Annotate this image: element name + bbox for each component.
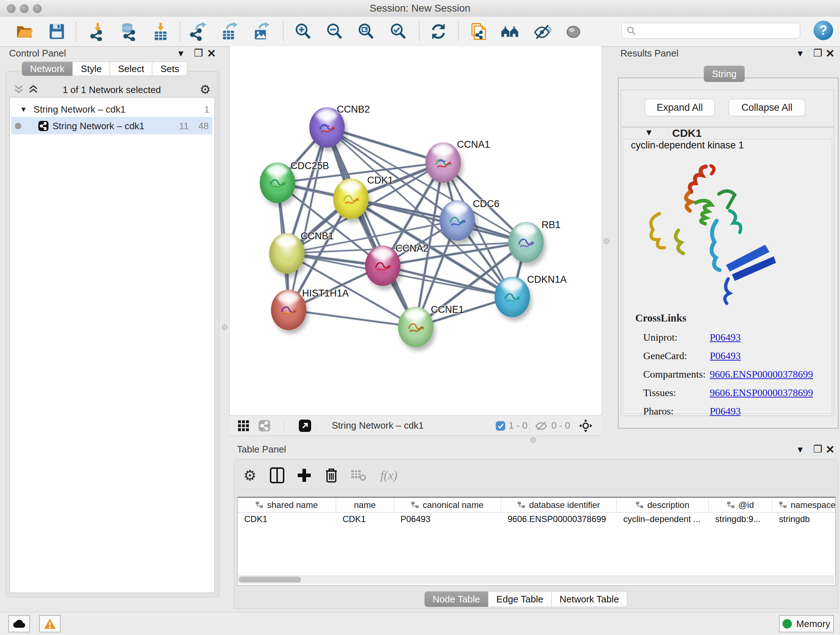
save-session-icon[interactable] bbox=[47, 21, 66, 42]
network-collection-row[interactable]: ▼ String Network – cdk1 1 bbox=[10, 101, 215, 118]
protein-squiggle-icon bbox=[431, 152, 454, 175]
cloud-status-button[interactable] bbox=[8, 615, 30, 632]
function-builder-icon[interactable]: f(x) bbox=[376, 467, 401, 484]
node-cdc6[interactable] bbox=[439, 200, 475, 241]
birds-eye-view-icon[interactable] bbox=[579, 419, 592, 432]
right-splitter-handle[interactable] bbox=[603, 238, 609, 244]
node-ccnb1[interactable] bbox=[269, 233, 305, 274]
bottom-splitter-handle[interactable] bbox=[531, 437, 536, 443]
gene-collapse-icon[interactable]: ▼ bbox=[645, 127, 653, 138]
collapse-triangle-icon[interactable]: ▼ bbox=[20, 105, 27, 114]
crosslink-link[interactable]: P06493 bbox=[710, 332, 741, 343]
column-header-shared-name[interactable]: shared name bbox=[238, 498, 336, 512]
results-controls-section: Expand All Collapse All bbox=[621, 90, 834, 127]
tab-style[interactable]: Style bbox=[73, 62, 110, 76]
collection-count: 1 bbox=[204, 104, 210, 115]
column-header-canonical-name[interactable]: canonical name bbox=[394, 498, 501, 512]
column-header-description[interactable]: description bbox=[617, 498, 709, 512]
export-table-icon[interactable] bbox=[221, 21, 240, 42]
crosslink-link[interactable]: 9606.ENSP00000378699 bbox=[710, 387, 813, 399]
left-splitter-handle[interactable] bbox=[222, 325, 227, 330]
first-neighbors-icon[interactable] bbox=[501, 21, 519, 42]
create-column-icon[interactable] bbox=[296, 467, 313, 484]
network-view-toolbar: String Network – cdk1 1 - 0 0 - 0 bbox=[229, 415, 601, 436]
results-panel-float-icon[interactable]: ❐ bbox=[813, 47, 822, 59]
search-input[interactable] bbox=[636, 25, 800, 37]
zoom-out-icon[interactable] bbox=[325, 21, 344, 42]
column-header-name[interactable]: name bbox=[336, 498, 394, 512]
results-panel-menu-icon[interactable]: ▼ bbox=[796, 49, 805, 59]
export-image-icon[interactable] bbox=[253, 21, 271, 42]
crosslink-row: Uniprot:P06493 bbox=[643, 328, 835, 347]
table-panel-close-icon[interactable]: ✕ bbox=[826, 443, 835, 456]
node-hist1h1a[interactable] bbox=[271, 290, 306, 330]
selected-checkbox-icon[interactable] bbox=[493, 419, 507, 432]
memory-button[interactable]: Memory bbox=[779, 615, 834, 632]
delete-column-icon[interactable] bbox=[323, 467, 340, 484]
node-rb1[interactable] bbox=[508, 222, 544, 263]
warning-icon bbox=[44, 618, 56, 629]
node-label-ccne1: CCNE1 bbox=[431, 304, 464, 315]
import-table-icon[interactable] bbox=[151, 21, 170, 42]
window-titlebar[interactable]: Session: New Session bbox=[0, 0, 840, 17]
show-columns-icon[interactable] bbox=[269, 467, 286, 484]
zoom-selected-icon[interactable] bbox=[389, 21, 408, 42]
tab-network-table[interactable]: Network Table bbox=[552, 591, 627, 607]
tab-network[interactable]: Network bbox=[22, 62, 73, 76]
detach-view-icon[interactable] bbox=[298, 419, 312, 432]
tab-string[interactable]: String bbox=[704, 65, 745, 82]
crosslink-link[interactable]: P06493 bbox=[710, 350, 741, 362]
node-cdkn1a[interactable] bbox=[494, 277, 530, 317]
node-cdc25b[interactable] bbox=[260, 163, 295, 203]
new-network-from-selection-icon[interactable] bbox=[469, 21, 488, 42]
zoom-fit-icon[interactable] bbox=[357, 21, 376, 42]
table-horizontal-scrollbar[interactable] bbox=[238, 576, 834, 584]
open-session-icon[interactable] bbox=[15, 21, 34, 42]
column-header-id[interactable]: @id bbox=[709, 498, 772, 512]
export-network-icon[interactable] bbox=[189, 21, 208, 42]
tab-node-table[interactable]: Node Table bbox=[424, 591, 488, 607]
column-header-namespace[interactable]: namespace bbox=[772, 498, 836, 512]
table-options-gear-icon[interactable]: ⚙ bbox=[242, 467, 258, 484]
hide-selected-icon[interactable] bbox=[532, 21, 551, 42]
warning-status-button[interactable] bbox=[39, 615, 61, 632]
node-cdk1[interactable] bbox=[333, 179, 369, 219]
network-view-canvas[interactable]: CCNB2CCNA1CDC25BCDK1CDC6RB1CCNB1CCNA2CDK… bbox=[229, 46, 602, 415]
toolbar-separator bbox=[180, 22, 180, 41]
grid-view-icon[interactable] bbox=[237, 419, 250, 432]
network-row[interactable]: String Network – cdk1 11 48 bbox=[10, 118, 215, 134]
table-panel-menu-icon[interactable]: ▼ bbox=[796, 445, 805, 455]
apply-layout-icon[interactable] bbox=[429, 21, 448, 42]
network-options-gear-icon[interactable]: ⚙ bbox=[200, 83, 210, 96]
show-all-icon[interactable] bbox=[564, 21, 583, 42]
table-row[interactable]: CDK1CDK1P064939606.ENSP00000378699cyclin… bbox=[238, 512, 836, 526]
delete-table-icon[interactable] bbox=[350, 467, 367, 484]
tab-select[interactable]: Select bbox=[110, 62, 152, 76]
node-ccne1[interactable] bbox=[398, 307, 433, 347]
expand-all-button[interactable]: Expand All bbox=[645, 99, 715, 116]
search-box[interactable] bbox=[622, 23, 800, 39]
crosslink-link[interactable]: 9606.ENSP00000378699 bbox=[710, 369, 813, 380]
table-cell: stringdb:9... bbox=[709, 512, 772, 526]
control-panel-menu-icon[interactable]: ▼ bbox=[177, 49, 185, 59]
crosslink-link[interactable]: P06493 bbox=[710, 405, 741, 417]
scrollbar-thumb[interactable] bbox=[239, 577, 301, 583]
control-panel-float-icon[interactable]: ❐ bbox=[194, 47, 203, 59]
collapse-all-button[interactable]: Collapse All bbox=[729, 99, 805, 116]
results-panel-close-icon[interactable]: ✕ bbox=[826, 47, 835, 60]
control-panel-close-icon[interactable]: ✕ bbox=[207, 47, 216, 60]
help-icon[interactable]: ? bbox=[813, 21, 833, 40]
node-ccna1[interactable] bbox=[425, 142, 461, 183]
protein-structure-image bbox=[635, 159, 780, 315]
zoom-in-icon[interactable] bbox=[294, 21, 313, 42]
crosslinks-list: Uniprot:P06493GeneCard:P06493Compartment… bbox=[643, 328, 835, 420]
tab-edge-table[interactable]: Edge Table bbox=[488, 591, 552, 607]
edge-layer bbox=[230, 46, 602, 415]
network-share-icon[interactable] bbox=[257, 419, 271, 432]
column-header-database-identifier[interactable]: database identifier bbox=[501, 498, 617, 512]
tab-sets[interactable]: Sets bbox=[152, 62, 187, 76]
import-network-database-icon[interactable] bbox=[118, 21, 137, 42]
table-panel-float-icon[interactable]: ❐ bbox=[813, 443, 822, 455]
import-network-file-icon[interactable] bbox=[88, 21, 107, 42]
network-collection-header: 1 of 1 Network selected ⚙ bbox=[9, 82, 214, 96]
